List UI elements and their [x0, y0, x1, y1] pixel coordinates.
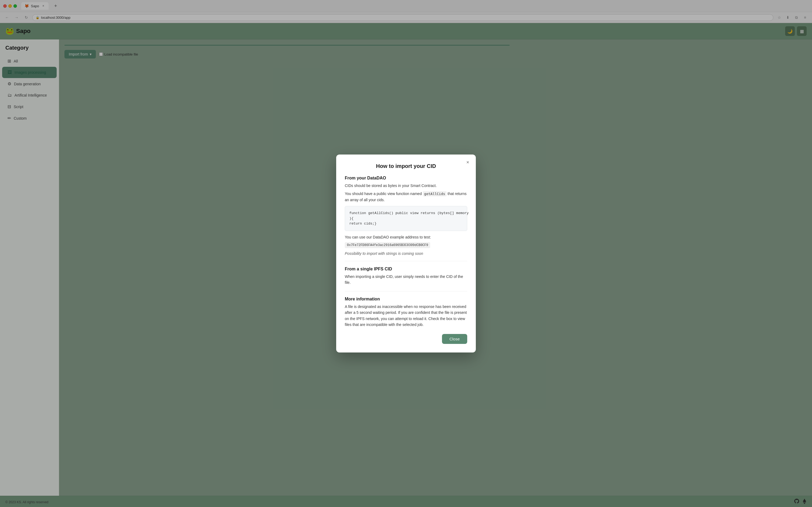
modal-section3-title: More information: [345, 297, 467, 301]
modal-close-button[interactable]: ×: [464, 159, 471, 166]
modal-title: How to import your CID: [345, 163, 467, 169]
code-block: function getAllCids() public view return…: [345, 206, 467, 231]
modal-divider-1: [345, 261, 467, 261]
modal-footer: Close: [345, 334, 467, 344]
modal-section3-text: A file is designated as inaccessible whe…: [345, 304, 467, 328]
modal-section1-text1: CIDs should be stored as bytes in your S…: [345, 183, 467, 188]
modal-overlay[interactable]: × How to import your CID From your DataD…: [0, 0, 812, 507]
coming-soon-text: Possibility to import with strings is co…: [345, 251, 467, 256]
modal-section2-text: When importing a single CID, user simply…: [345, 274, 467, 286]
example-address: 0x7Fe72FD86FA4fe3ac2916a6965B3C0309dCB0C…: [345, 242, 430, 248]
modal-section2-title: From a single IPFS CID: [345, 267, 467, 272]
get-all-cids-code: getAllCids: [423, 191, 447, 196]
modal-close-btn[interactable]: Close: [442, 334, 467, 344]
modal-section1-text2: You should have a public view function n…: [345, 191, 467, 203]
modal-example-address-text: You can use our DataDAO example address …: [345, 234, 467, 240]
modal-dialog: × How to import your CID From your DataD…: [336, 155, 476, 353]
modal-section1-title: From your DataDAO: [345, 176, 467, 180]
modal-divider-2: [345, 291, 467, 291]
